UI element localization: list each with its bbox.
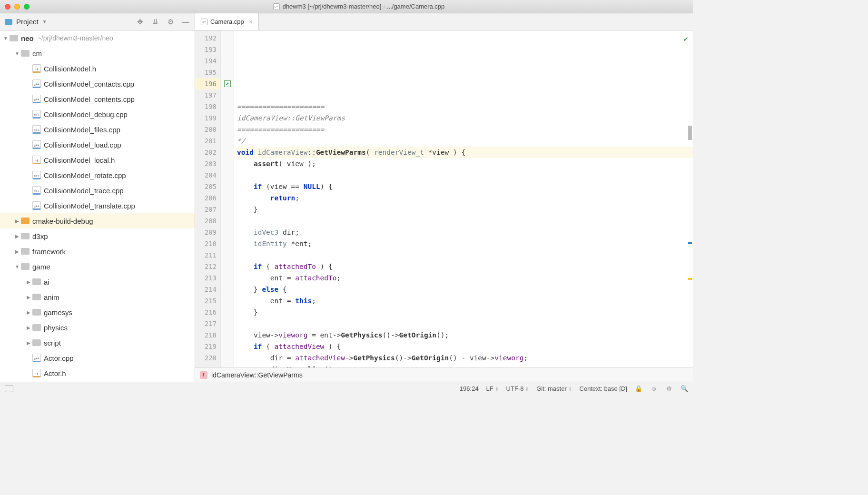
scroll-indicator[interactable] bbox=[688, 126, 692, 140]
project-tool-window-header[interactable]: Project ▼ ✥ ⇊ ⚙ — bbox=[0, 13, 195, 30]
cpp-file-icon: c++ bbox=[32, 171, 41, 179]
close-window-button[interactable] bbox=[5, 4, 10, 10]
settings-icon[interactable]: ⚙ bbox=[665, 385, 673, 393]
tree-file[interactable]: HCollisionModel_local.h bbox=[0, 152, 195, 168]
tree-file[interactable]: HCollisionModel.h bbox=[0, 61, 195, 76]
tree-folder[interactable]: gamesys bbox=[0, 305, 195, 320]
tree-item-path: ~/prj/dhewm3-master/neo bbox=[38, 34, 113, 42]
collapse-all-icon[interactable]: ⇊ bbox=[151, 18, 159, 26]
scroll-marker[interactable] bbox=[688, 242, 692, 244]
analysis-ok-icon[interactable]: ✔ bbox=[683, 33, 688, 45]
folder-icon bbox=[21, 248, 30, 255]
cpp-file-icon: c++ bbox=[32, 354, 41, 362]
folder-icon bbox=[10, 35, 18, 41]
tree-item-label: cm bbox=[32, 50, 42, 58]
tree-folder[interactable]: physics bbox=[0, 320, 195, 335]
main-area: neo ~/prj/dhewm3-master/neo cm HCollisio… bbox=[0, 30, 693, 382]
implements-gutter-icon[interactable]: ⬈ bbox=[224, 80, 231, 87]
window-title: c+ dhewm3 [~/prj/dhewm3-master/neo] - ..… bbox=[30, 3, 688, 10]
search-icon[interactable]: 🔍 bbox=[681, 385, 688, 393]
locate-icon[interactable]: ✥ bbox=[136, 18, 144, 26]
tree-item-label: anim bbox=[44, 293, 59, 301]
folder-icon bbox=[32, 294, 41, 300]
tree-file[interactable]: c++CollisionModel_contacts.cpp bbox=[0, 76, 195, 91]
tree-folder-cm[interactable]: cm bbox=[0, 46, 195, 61]
toolbar-row: Project ▼ ✥ ⇊ ⚙ — c+ Camera.cpp × bbox=[0, 13, 693, 30]
tree-folder[interactable]: script bbox=[0, 335, 195, 350]
tree-file[interactable]: HActor.h bbox=[0, 366, 195, 381]
tool-windows-toggle[interactable] bbox=[5, 386, 13, 392]
resolve-context[interactable]: Context: base [D] bbox=[580, 385, 627, 392]
tree-file[interactable]: c++CollisionModel_debug.cpp bbox=[0, 107, 195, 122]
folder-icon bbox=[21, 50, 30, 57]
hide-icon[interactable]: — bbox=[181, 18, 190, 26]
scroll-marker[interactable] bbox=[688, 278, 692, 280]
inspector-icon[interactable]: ☺ bbox=[650, 385, 658, 393]
tree-file[interactable]: c++CollisionModel_load.cpp bbox=[0, 137, 195, 152]
folder-icon bbox=[21, 218, 30, 224]
breadcrumb-bar[interactable]: f idCameraView::GetViewParms bbox=[195, 367, 693, 382]
tree-folder-d3xp[interactable]: d3xp bbox=[0, 228, 195, 244]
tree-file[interactable]: c++CollisionModel_contents.cpp bbox=[0, 91, 195, 107]
tree-item-label: physics bbox=[44, 324, 68, 332]
tree-folder[interactable]: anim bbox=[0, 289, 195, 305]
file-encoding[interactable]: UTF-8 bbox=[506, 385, 529, 392]
cpp-file-icon: c++ bbox=[32, 201, 41, 210]
close-tab-icon[interactable]: × bbox=[249, 18, 253, 26]
tree-file[interactable]: c++CollisionModel_files.cpp bbox=[0, 122, 195, 137]
line-ending[interactable]: LF bbox=[486, 385, 499, 392]
tree-file[interactable]: c++CollisionModel_translate.cpp bbox=[0, 198, 195, 213]
cpp-file-icon: c+ bbox=[273, 3, 280, 10]
cpp-file-icon: c++ bbox=[32, 110, 41, 119]
cpp-file-icon: c++ bbox=[32, 125, 41, 134]
git-branch[interactable]: Git: master bbox=[536, 385, 572, 392]
tree-folder-cmake-build-debug[interactable]: cmake-build-debug bbox=[0, 213, 195, 228]
tree-file[interactable]: c++CollisionModel_trace.cpp bbox=[0, 183, 195, 198]
tree-item-label: cmake-build-debug bbox=[32, 217, 93, 225]
code-text[interactable]: ✔ =====================idCameraView::Get… bbox=[234, 30, 693, 367]
tree-item-label: CollisionModel_contacts.cpp bbox=[44, 80, 134, 88]
tree-item-label: gamesys bbox=[44, 308, 72, 317]
tree-item-label: framework bbox=[32, 248, 66, 256]
line-gutter[interactable]: 1921931941951961971981992002012022032042… bbox=[195, 30, 221, 367]
window-title-text: dhewm3 [~/prj/dhewm3-master/neo] - .../g… bbox=[283, 3, 445, 10]
tree-folder-framework[interactable]: framework bbox=[0, 244, 195, 259]
tab-camera-cpp[interactable]: c+ Camera.cpp × bbox=[195, 13, 259, 30]
tree-item-label: CollisionModel_rotate.cpp bbox=[44, 171, 126, 179]
gear-icon[interactable]: ⚙ bbox=[166, 18, 175, 26]
cpp-file-icon: c++ bbox=[32, 79, 41, 88]
cpp-file-icon: c++ bbox=[32, 140, 41, 149]
tree-item-label: CollisionModel_translate.cpp bbox=[44, 202, 135, 210]
tree-item-label: game bbox=[32, 263, 50, 271]
folder-icon bbox=[32, 309, 41, 316]
tree-item-label: Actor.h bbox=[44, 369, 66, 377]
cpp-file-icon: c++ bbox=[32, 186, 41, 195]
folder-icon bbox=[32, 278, 41, 285]
maximize-window-button[interactable] bbox=[24, 4, 30, 10]
project-tree[interactable]: neo ~/prj/dhewm3-master/neo cm HCollisio… bbox=[0, 30, 195, 382]
tree-item-label: CollisionModel.h bbox=[44, 65, 96, 73]
tree-folder[interactable]: ai bbox=[0, 274, 195, 289]
tree-item-label: CollisionModel_local.h bbox=[44, 156, 115, 164]
folder-icon bbox=[32, 324, 41, 331]
tab-label: Camera.cpp bbox=[210, 18, 244, 25]
code-area[interactable]: 1921931941951961971981992002012022032042… bbox=[195, 30, 693, 367]
minimize-window-button[interactable] bbox=[14, 4, 20, 10]
folder-icon bbox=[21, 263, 30, 270]
lock-icon[interactable]: 🔒 bbox=[635, 385, 642, 393]
tree-folder-game[interactable]: game bbox=[0, 259, 195, 274]
cursor-position[interactable]: 196:24 bbox=[460, 385, 479, 392]
h-file-icon: H bbox=[32, 156, 41, 164]
marker-column[interactable]: ⬈ bbox=[221, 30, 234, 367]
tree-file[interactable]: c++CollisionModel_rotate.cpp bbox=[0, 168, 195, 183]
editor-pane: 1921931941951961971981992002012022032042… bbox=[195, 30, 693, 382]
tree-item-label: neo bbox=[21, 34, 34, 42]
h-file-icon: H bbox=[32, 64, 41, 73]
cpp-file-icon: c+ bbox=[201, 19, 207, 25]
window-titlebar: c+ dhewm3 [~/prj/dhewm3-master/neo] - ..… bbox=[0, 0, 693, 13]
tree-file[interactable]: c++Actor.cpp bbox=[0, 350, 195, 366]
folder-icon bbox=[32, 339, 41, 346]
tree-item-label: CollisionModel_load.cpp bbox=[44, 141, 121, 149]
tree-root-neo[interactable]: neo ~/prj/dhewm3-master/neo bbox=[0, 30, 195, 46]
chevron-down-icon[interactable]: ▼ bbox=[42, 19, 47, 24]
